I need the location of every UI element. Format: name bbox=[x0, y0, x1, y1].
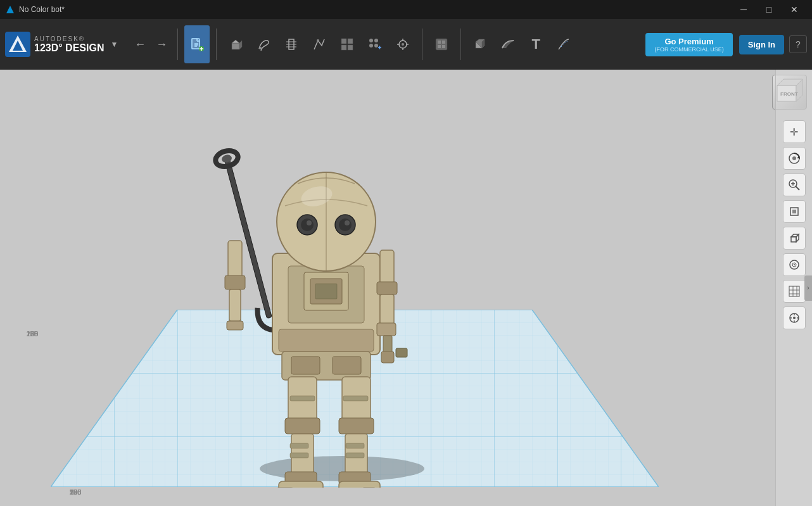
svg-point-16 bbox=[259, 47, 262, 49]
surface-button[interactable] bbox=[495, 25, 521, 63]
svg-rect-77 bbox=[396, 348, 407, 357]
pattern-icon bbox=[367, 37, 383, 52]
svg-rect-96 bbox=[343, 396, 368, 401]
window-controls: ─ □ ✕ bbox=[731, 0, 807, 19]
svg-rect-60 bbox=[315, 284, 337, 299]
perspective-tool[interactable] bbox=[783, 227, 806, 250]
svg-point-28 bbox=[369, 44, 373, 47]
toolbar: AUTODESK® 123D° DESIGN ▼ ← → bbox=[0, 19, 812, 70]
group-icon bbox=[339, 37, 355, 52]
svg-rect-55 bbox=[227, 321, 243, 330]
view-mode-tool[interactable] bbox=[783, 253, 806, 276]
svg-point-21 bbox=[317, 39, 319, 42]
toolbar-separator-1 bbox=[177, 28, 178, 60]
svg-point-51 bbox=[221, 154, 233, 164]
surface-icon bbox=[500, 37, 516, 52]
svg-rect-74 bbox=[377, 323, 396, 336]
svg-rect-61 bbox=[279, 329, 374, 351]
svg-point-31 bbox=[402, 43, 404, 46]
y-label-25: 25 bbox=[30, 330, 38, 338]
y-label-175: 175 bbox=[27, 330, 38, 338]
svg-rect-111 bbox=[792, 210, 796, 213]
product-label: 123D° DESIGN bbox=[34, 42, 104, 54]
svg-rect-13 bbox=[232, 43, 239, 49]
svg-point-27 bbox=[374, 39, 378, 42]
svg-point-65 bbox=[301, 218, 314, 231]
solid-button[interactable] bbox=[467, 25, 493, 63]
svg-rect-73 bbox=[380, 294, 394, 326]
signin-button[interactable]: Sign In bbox=[739, 35, 784, 54]
snap-button[interactable] bbox=[390, 25, 416, 63]
svg-rect-97 bbox=[346, 443, 364, 448]
axis-label-200: 200 bbox=[70, 488, 81, 496]
view-mode-icon bbox=[788, 258, 801, 271]
sketch-button[interactable] bbox=[251, 25, 276, 63]
new-tool-button[interactable] bbox=[184, 25, 210, 63]
svg-rect-22 bbox=[341, 39, 346, 44]
axis-label-175: 175 bbox=[70, 488, 81, 496]
svg-point-124 bbox=[793, 317, 796, 319]
autodesk-label: AUTODESK® bbox=[34, 35, 104, 42]
pan-tool[interactable]: ✛ bbox=[783, 120, 806, 143]
snap-icon bbox=[395, 37, 410, 52]
grid-icon bbox=[788, 285, 801, 298]
panel-expand-button[interactable]: › bbox=[804, 275, 812, 301]
axis-label-50: 50 bbox=[70, 488, 77, 496]
svg-rect-76 bbox=[381, 351, 394, 363]
svg-rect-94 bbox=[339, 481, 380, 488]
svg-rect-79 bbox=[291, 357, 320, 374]
maximize-button[interactable]: □ bbox=[756, 0, 782, 19]
snap-view-tool[interactable] bbox=[783, 307, 806, 329]
robot-model bbox=[165, 114, 494, 488]
svg-rect-39 bbox=[438, 45, 441, 48]
modify-icon bbox=[312, 37, 327, 52]
zoom-tool[interactable] bbox=[783, 174, 806, 196]
logo-dropdown-icon[interactable]: ▼ bbox=[108, 40, 120, 49]
svg-rect-40 bbox=[442, 45, 445, 48]
premium-button[interactable]: Go Premium (FOR COMMERCIAL USE) bbox=[645, 33, 732, 56]
modify-button[interactable] bbox=[307, 25, 332, 63]
back-button[interactable]: ← bbox=[130, 35, 149, 54]
zoom-icon bbox=[788, 179, 801, 191]
svg-point-104 bbox=[792, 156, 796, 160]
forward-button[interactable]: → bbox=[152, 35, 171, 54]
main-viewport[interactable]: 25 50 75 100 125 150 175 200 200 175 150… bbox=[0, 70, 812, 506]
toolbar-separator-3 bbox=[422, 28, 422, 60]
svg-rect-88 bbox=[290, 443, 308, 448]
fit-icon bbox=[788, 205, 801, 218]
svg-point-26 bbox=[369, 39, 373, 42]
perspective-icon bbox=[788, 232, 801, 244]
svg-point-69 bbox=[345, 220, 350, 225]
grid-tool[interactable] bbox=[783, 280, 806, 303]
fit-tool[interactable] bbox=[783, 200, 806, 223]
svg-rect-72 bbox=[377, 282, 397, 294]
svg-point-29 bbox=[374, 44, 378, 47]
new-icon bbox=[189, 37, 205, 52]
svg-marker-14 bbox=[232, 40, 239, 43]
help-button[interactable]: ? bbox=[789, 35, 807, 53]
axis-label-75: 75 bbox=[70, 488, 77, 496]
material-button[interactable] bbox=[429, 25, 454, 63]
window-title: No Color bot* bbox=[19, 5, 65, 14]
svg-point-117 bbox=[794, 264, 795, 265]
svg-point-66 bbox=[307, 220, 312, 225]
axis-label-150: 150 bbox=[70, 488, 81, 496]
logo-text: AUTODESK® 123D° DESIGN bbox=[34, 35, 104, 54]
title-bar: No Color bot* ─ □ ✕ bbox=[0, 0, 812, 19]
close-button[interactable]: ✕ bbox=[782, 0, 807, 19]
construct-button[interactable] bbox=[279, 25, 304, 63]
pattern-button[interactable] bbox=[362, 25, 388, 63]
group-button[interactable] bbox=[334, 25, 360, 63]
y-label-200: 200 bbox=[27, 330, 38, 338]
svg-rect-37 bbox=[438, 41, 441, 44]
text-button[interactable]: T bbox=[523, 25, 549, 63]
measure-button[interactable] bbox=[551, 25, 576, 63]
y-label-150: 150 bbox=[27, 330, 38, 338]
primitives-icon bbox=[228, 37, 243, 52]
solid-icon bbox=[473, 37, 488, 52]
orbit-tool[interactable] bbox=[783, 147, 806, 170]
svg-rect-23 bbox=[348, 39, 353, 44]
svg-rect-112 bbox=[791, 237, 796, 242]
primitives-button[interactable] bbox=[223, 25, 248, 63]
minimize-button[interactable]: ─ bbox=[731, 0, 756, 19]
